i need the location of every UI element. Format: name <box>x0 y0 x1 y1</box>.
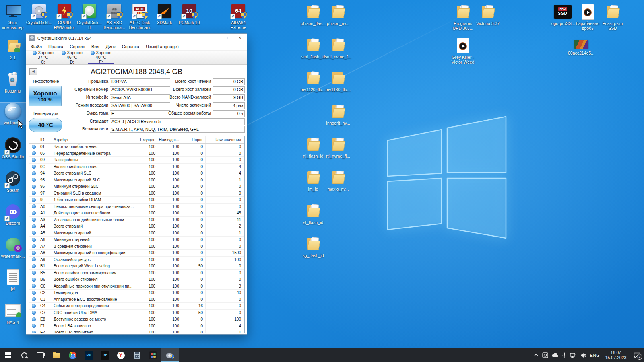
desktop-folder-smi-flash[interactable]: smi_flash_id <box>300 37 326 59</box>
table-row[interactable]: A6 Минимум стираний 100 100 0 0 <box>29 237 244 243</box>
table-row[interactable]: B5 Всего ошибок программирования 100 100… <box>29 270 244 277</box>
table-row[interactable]: A5 Максимум стираний 100 100 0 1 <box>29 230 244 237</box>
table-row[interactable]: B6 Всего ошибок стирания 100 100 0 0 <box>29 276 244 283</box>
desktop-icon-discord[interactable]: ↗Discord <box>0 203 26 226</box>
close-button[interactable]: × <box>233 34 247 43</box>
bridge-button[interactable]: Br <box>97 348 113 362</box>
desktop-icon-logo-prossd[interactable]: PROSSDlogo-proSS... <box>550 3 576 26</box>
table-row[interactable]: 01 Частота ошибок чтения 100 100 0 0 <box>29 144 244 150</box>
minimize-button[interactable]: – <box>206 34 219 43</box>
table-row[interactable]: A1 Действующие запасные блоки 100 100 0 … <box>29 210 244 217</box>
maximize-button[interactable]: □ <box>219 34 233 43</box>
header-current[interactable]: Текущее <box>134 136 158 143</box>
table-row[interactable]: C3 Аппаратное ECC-восстановление 100 100… <box>29 296 244 303</box>
calculator-button[interactable] <box>129 348 145 362</box>
start-button[interactable] <box>0 348 16 362</box>
header-threshold[interactable]: Порог <box>182 136 206 143</box>
table-row[interactable]: C0 Аварийные парковки при отключении пи.… <box>29 283 244 290</box>
field-host-writes[interactable]: 0 GB <box>213 86 245 93</box>
desktop-icon-crystaldiskinfo[interactable]: ↗CrystalDiskI... <box>26 2 52 25</box>
menu-item[interactable]: Вид <box>88 44 103 49</box>
desktop-folder-victoria[interactable]: Victoria.5.37 <box>475 3 501 26</box>
davinci-resolve-button[interactable] <box>145 348 161 362</box>
table-row[interactable]: 96 Минимум стираний SLC 100 100 0 0 <box>29 183 244 190</box>
table-row[interactable]: A3 Изначально недействительные блоки 100… <box>29 217 244 224</box>
search-button[interactable] <box>16 348 32 362</box>
crystaldiskinfo-task-button[interactable] <box>161 348 179 362</box>
tray-onedrive-icon[interactable] <box>552 353 559 358</box>
table-row[interactable]: 95 Максимум стираний SLC 100 100 0 1 <box>29 177 244 184</box>
desktop-folder-rtl-flash[interactable]: rtl_flash_id <box>300 136 326 158</box>
table-row[interactable]: 0C Включения/отключения 100 100 0 4 <box>29 164 244 171</box>
tray-microphone-icon[interactable] <box>562 352 566 358</box>
task-view-button[interactable] <box>32 348 48 362</box>
table-row[interactable]: F2 Всего LBA прочитано 100 100 0 1 <box>29 329 244 333</box>
desktop-folder-giveaway-ssd[interactable]: Розыгрыш SSD <box>600 3 625 31</box>
tray-obs-icon[interactable] <box>542 352 548 358</box>
desktop-icon-obs-studio[interactable]: ↗OBS Studio <box>0 137 26 159</box>
tray-network-icon[interactable] <box>570 353 577 358</box>
chrome-button[interactable] <box>64 348 80 362</box>
table-row[interactable]: 97 Стираний SLC в среднем 100 100 0 0 <box>29 190 244 197</box>
tray-volume-icon[interactable] <box>580 353 586 358</box>
desktop-icon-hwmonitor[interactable]: ↗CPUID HWMonitor <box>52 2 77 30</box>
table-row[interactable]: A8 Максимум стираний по спецификации 100… <box>29 250 244 257</box>
desktop-icon-user-folder[interactable]: 2 1 <box>0 37 26 60</box>
table-row[interactable]: C7 CRC-ошибки Ultra DMA 100 100 50 0 <box>29 310 244 317</box>
table-row[interactable]: C4 События перераспределения 100 100 16 … <box>29 303 244 310</box>
table-row[interactable]: A7 В среднем стираний 100 100 0 0 <box>29 243 244 250</box>
desktop-icon-pcmark10[interactable]: 10↗PCMark 10 <box>176 2 202 25</box>
desktop-icon-recycle-bin[interactable]: ♻Корзина <box>0 71 26 93</box>
desktop-icon-aida64[interactable]: 64↗AIDA64 Extreme <box>225 2 251 30</box>
table-row[interactable]: F1 Всего LBA записано 100 100 0 4 <box>29 323 244 330</box>
menu-item[interactable]: Файл <box>28 44 45 49</box>
photoshop-button[interactable]: Ps <box>80 348 97 362</box>
desktop-icon-jxl[interactable]: jxl <box>0 269 26 291</box>
desktop-folder-innogrit[interactable]: innogrit_nv... <box>325 103 351 125</box>
header-id[interactable]: ID <box>39 136 52 143</box>
desktop-folder-mv1120[interactable]: mv1120_fla... <box>300 70 326 92</box>
table-row[interactable]: E8 Доступное резервное место 100 100 0 1… <box>29 316 244 323</box>
desktop-folder-maxio[interactable]: maxio_nv... <box>325 169 351 191</box>
table-row[interactable]: A0 Невосстановимые сектора при чтении/за… <box>29 204 244 210</box>
desktop-icon-crystaldiskmark8[interactable]: ↗CrystalDisk... 8 <box>76 2 102 30</box>
desktop-icon-nas4[interactable]: NAS-4 <box>0 302 26 325</box>
desktop-icon-grey-killer[interactable]: Grey Killer - Victor Weed <box>450 37 476 65</box>
desktop-icon-as-ssd[interactable]: ASSSD↗AS SSD Benchma... <box>101 2 127 30</box>
desktop-folder-sf-flash[interactable]: sf_flash_id <box>300 202 326 225</box>
field-nand-writes[interactable]: 9 GB <box>213 94 245 101</box>
desktop-folder-phison-flash[interactable]: phison_flas... <box>300 3 326 26</box>
field-standard[interactable]: ACS-3 | ACS-3 Revision 5 <box>110 118 245 125</box>
table-row[interactable]: C2 Температура 100 100 0 40 <box>29 290 244 296</box>
desktop-icon-atto[interactable]: ATTO↗ATTO Disk Benchmark <box>127 2 153 30</box>
drive-tab-d[interactable]: Хорошо 46 °C D: <box>58 51 87 64</box>
tray-clock[interactable]: 16:07 15.07.2023 <box>603 350 628 360</box>
desktop-folder-sg-flash[interactable]: sg_flash_id <box>300 235 326 258</box>
drive-tab-e[interactable]: Хорошо 40 °C E: <box>87 51 116 64</box>
table-row[interactable]: B1 Всего операций Wear Leveling 100 100 … <box>29 263 244 270</box>
desktop-folder-mv1160[interactable]: mv1160_fla... <box>325 70 351 92</box>
menu-item[interactable]: Диск <box>103 44 119 49</box>
table-row[interactable]: 05 Перераспределённые сектора 100 100 0 … <box>29 150 244 157</box>
menu-item[interactable]: Язык(Language) <box>142 44 182 49</box>
header-attribute[interactable]: Атрибут <box>52 136 134 143</box>
desktop-icon-3dmark[interactable]: ↗3DMark <box>152 2 178 25</box>
desktop-icon-this-pc[interactable]: Этот компьютер <box>0 2 26 30</box>
title-bar[interactable]: CrystalDiskInfo 8.17.14 x64 – □ × <box>26 34 247 43</box>
desktop-icon-steam[interactable]: ↗Steam <box>0 170 26 193</box>
file-explorer-button[interactable] <box>48 348 64 362</box>
desktop-folder-smi-nvme[interactable]: smi_nvme_f... <box>325 37 351 59</box>
desktop-icon-winbox64[interactable]: winbox64 <box>0 103 26 125</box>
field-power-on-hours[interactable]: 0 ч <box>213 110 245 117</box>
field-features[interactable]: S.M.A.R.T., APM, NCQ, TRIM, DevSleep, GP… <box>110 126 245 133</box>
desktop-folder-phison-nvme[interactable]: phison_nv... <box>325 3 351 26</box>
header-worst[interactable]: Наихудш... <box>158 136 182 143</box>
action-center-button[interactable]: 2 <box>632 351 642 359</box>
table-row[interactable]: A4 Всего стираний 100 100 0 2 <box>29 223 244 230</box>
desktop-icon-drumroll[interactable]: барабанная дробь <box>575 3 601 31</box>
desktop-icon-00acc-image[interactable]: 00acc214e5... <box>568 39 594 56</box>
desktop-folder-programs-upd[interactable]: Programs UPD 30J... <box>450 3 476 31</box>
field-host-reads[interactable]: 0 GB <box>213 78 245 85</box>
tray-chevron-up-icon[interactable] <box>534 354 539 357</box>
desktop-folder-jm[interactable]: jm_id <box>300 169 326 191</box>
